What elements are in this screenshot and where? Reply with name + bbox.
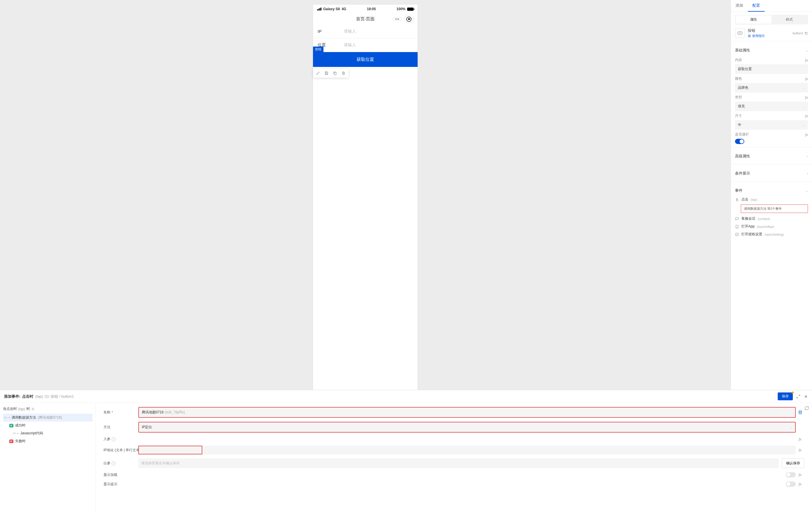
battery-pct: 100% (397, 7, 405, 11)
save-icon[interactable] (324, 71, 329, 75)
battery-icon (407, 7, 413, 11)
setting-icon (735, 233, 739, 237)
tree-row-fail[interactable]: IF 失败时 (3, 437, 93, 445)
svg-point-10 (799, 411, 802, 412)
help-icon[interactable]: ? (112, 461, 116, 465)
outvar-select[interactable]: 请选择变量名并确认保存 (138, 458, 779, 468)
svg-point-9 (32, 408, 33, 409)
close-icon[interactable] (804, 395, 808, 399)
section-events[interactable]: 事件⌄ (735, 184, 808, 195)
label-name: 名称 (104, 410, 111, 415)
svg-rect-3 (806, 33, 807, 35)
copy-icon[interactable] (333, 71, 337, 75)
status-time: 18:05 (367, 7, 376, 11)
tip-toggle[interactable] (786, 481, 796, 487)
tree-condition-title: 当点击时(tap)时 (3, 406, 93, 411)
fx-icon[interactable]: fx (805, 95, 808, 100)
drag-handle-icon[interactable] (4, 417, 7, 418)
label-fullrow: 是否通栏 (735, 132, 749, 137)
chevron-down-icon[interactable]: ▾ (9, 416, 10, 419)
target-icon[interactable] (404, 16, 414, 23)
right-panel: 添加 配置 属性 样式 按钮 使用指引 (731, 0, 812, 390)
get-location-button[interactable]: 获取位置 (313, 52, 417, 67)
ip-input[interactable] (138, 446, 796, 454)
event-editor-panel: 添加事件: 点击时(tap) 按钮 / button1 保存 当点击时(tap)… (0, 390, 812, 512)
tree-row-datasource[interactable]: ▾ 调用数据源方法 (腾讯地图0718) (3, 414, 93, 422)
launch-icon (735, 224, 739, 228)
input-placeholder: 请输入 (344, 29, 356, 34)
type-select[interactable]: 填充⌄ (735, 102, 808, 111)
delete-icon[interactable] (341, 71, 346, 75)
selected-component-tag: 按钮 (313, 47, 323, 52)
drag-handle-icon[interactable] (13, 433, 16, 434)
fx-icon[interactable]: fx (799, 473, 801, 477)
confirm-save-button[interactable]: 确认保存 (782, 458, 805, 468)
label-method: 方法 (104, 425, 111, 430)
menu-dots-icon[interactable] (392, 18, 402, 21)
status-bar: Galaxy S8 4G 18:05 100% (313, 5, 417, 14)
label-color: 颜色 (735, 76, 742, 81)
if-badge: IF (9, 439, 13, 443)
section-advanced[interactable]: 高级属性› (735, 150, 808, 161)
copy-id-icon[interactable] (805, 31, 808, 35)
network-type: 4G (342, 7, 346, 11)
event-contact[interactable]: 客服会话 (contact) (735, 215, 808, 222)
button-mini-icon (45, 395, 49, 399)
event-tree: 当点击时(tap)时 ▾ 调用数据源方法 (腾讯地图0718) IF 成功时 ▸… (0, 403, 96, 512)
datasource-name-select[interactable]: 腾讯地图0718(txdt_7tlpf5s) (138, 407, 796, 418)
usage-guide-link[interactable]: 使用指引 (748, 34, 790, 38)
tree-row-success[interactable]: IF 成功时 (3, 422, 93, 429)
edit-icon[interactable] (316, 71, 320, 75)
loading-toggle[interactable] (786, 472, 796, 477)
database-icon[interactable] (798, 410, 803, 414)
event-launch[interactable]: 打开App (launchApp) (735, 222, 808, 231)
label-tip: 显示提示 (104, 482, 117, 487)
svg-rect-0 (334, 73, 336, 75)
color-select[interactable]: 品牌色⌄ (735, 83, 808, 92)
event-tap[interactable]: 点击 (tap) (735, 195, 808, 203)
label-type: 类型 (735, 95, 742, 100)
tab-config[interactable]: 配置 (748, 0, 765, 11)
input-placeholder: 请输入 (344, 43, 356, 48)
expand-icon[interactable] (796, 395, 801, 399)
label-out: 出参 (104, 461, 111, 466)
size-select[interactable]: 中⌄ (735, 120, 808, 130)
tap-icon (735, 197, 739, 201)
floating-toolbar (313, 69, 348, 78)
fx-icon[interactable]: fx (799, 482, 801, 486)
fx-icon[interactable]: fx (805, 58, 808, 62)
fullrow-toggle[interactable] (735, 139, 744, 144)
chat-icon (735, 217, 739, 221)
fx-icon[interactable]: fx (805, 114, 808, 118)
fx-icon[interactable]: fx (799, 437, 801, 441)
if-badge: IF (9, 424, 13, 427)
section-condition[interactable]: 条件展示› (735, 167, 808, 178)
fx-icon[interactable]: fx (805, 77, 808, 81)
label-content: 内容 (735, 58, 742, 62)
event-form: 名称* 腾讯地图0718(txdt_7tlpf5s) 方法 IP定位⌄ 入参? (96, 403, 812, 512)
form-row-location[interactable]: 位置 请输入 (313, 38, 417, 52)
label-size: 尺寸 (735, 113, 742, 118)
event-opensetting[interactable]: 打开授权设置 (openSetting) (735, 231, 808, 238)
button-widget-icon (735, 28, 745, 38)
form-row-ip[interactable]: IP 请输入 (313, 25, 417, 38)
event-summary-box[interactable]: 调用数据源方法 等2个事件 (741, 205, 808, 213)
fx-icon[interactable]: fx (799, 448, 801, 452)
tree-row-jscode[interactable]: ▸ Javascript代码 (3, 429, 93, 437)
page-header: 首页-页面 (313, 14, 417, 25)
help-icon[interactable]: ? (112, 437, 116, 441)
chevron-right-icon[interactable]: ▸ (18, 432, 19, 435)
segment-style[interactable]: 样式 (772, 16, 808, 24)
refresh-icon[interactable] (805, 406, 809, 410)
section-basic[interactable]: 基础属性⌄ (735, 44, 808, 55)
method-select[interactable]: IP定位⌄ (138, 422, 796, 433)
label-loading: 显示加载 (104, 473, 117, 477)
save-button[interactable]: 保存 (778, 393, 793, 400)
segment-attr[interactable]: 属性 (735, 16, 772, 24)
tab-add[interactable]: 添加 (731, 0, 748, 11)
form-label: IP (318, 29, 344, 34)
component-id: button1 (792, 31, 803, 35)
content-input[interactable]: 获取位置 (735, 64, 808, 74)
gear-icon[interactable] (31, 407, 35, 411)
fx-icon[interactable]: fx (805, 132, 808, 137)
